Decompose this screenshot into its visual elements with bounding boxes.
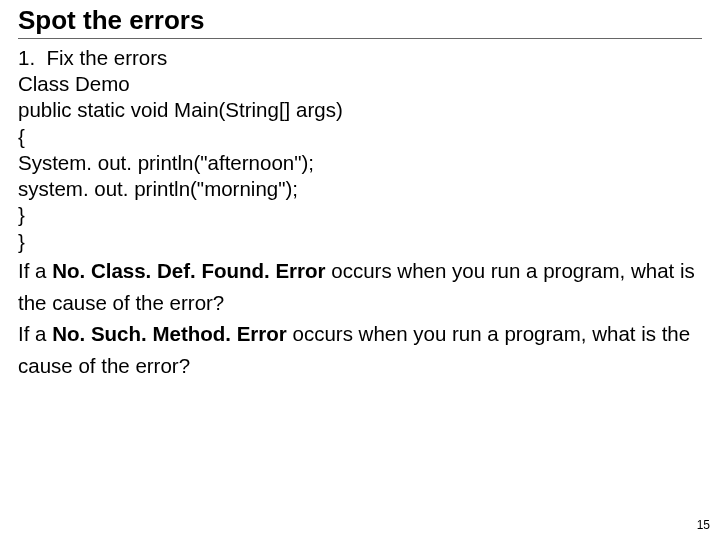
code-line-6: } [18, 202, 702, 228]
numbered-item: 1. Fix the errors [18, 45, 702, 71]
q1-pre: If a [18, 259, 52, 282]
code-line-1: Class Demo [18, 71, 702, 97]
slide-title: Spot the errors [18, 6, 702, 39]
code-line-4: System. out. println("afternoon"); [18, 150, 702, 176]
slide-body: 1. Fix the errors Class Demo public stat… [18, 45, 702, 382]
q2-pre: If a [18, 322, 52, 345]
item-number: 1. [18, 46, 35, 69]
page-number: 15 [697, 518, 710, 532]
slide: Spot the errors 1. Fix the errors Class … [0, 0, 720, 540]
question-1: If a No. Class. Def. Found. Error occurs… [18, 255, 702, 319]
item-label: Fix the errors [47, 46, 168, 69]
code-line-3: { [18, 124, 702, 150]
question-2: If a No. Such. Method. Error occurs when… [18, 318, 702, 382]
q2-error-name: No. Such. Method. Error [52, 322, 287, 345]
code-line-7: } [18, 229, 702, 255]
code-line-2: public static void Main(String[] args) [18, 97, 702, 123]
q1-error-name: No. Class. Def. Found. Error [52, 259, 325, 282]
code-line-5: system. out. println("morning"); [18, 176, 702, 202]
